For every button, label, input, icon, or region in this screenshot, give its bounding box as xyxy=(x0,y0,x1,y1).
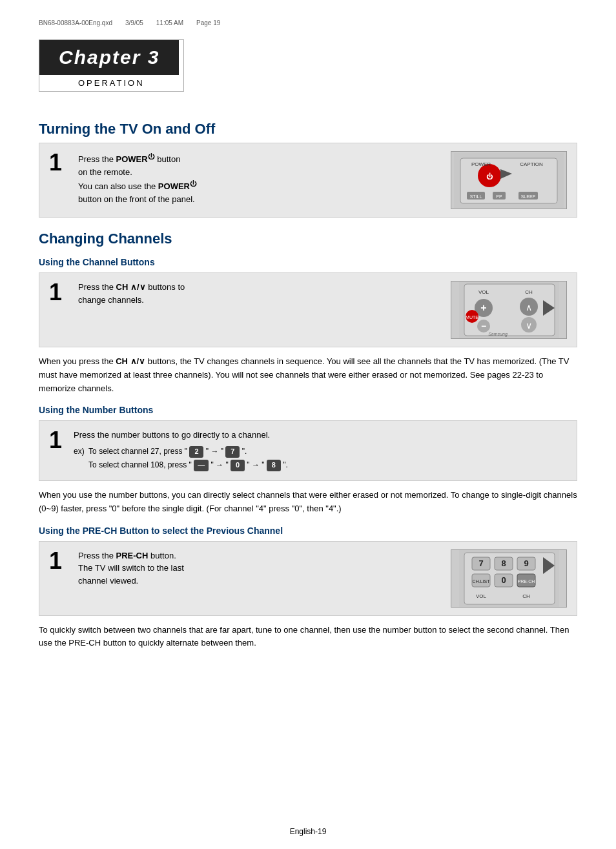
svg-text:MUTE: MUTE xyxy=(466,315,478,320)
subsection-channel-buttons-title: Using the Channel Buttons xyxy=(39,257,577,267)
prech-body: To quickly switch between two channels t… xyxy=(39,624,577,651)
prech-remote-image: 7 8 9 CH.LIST 0 PRE-CH VOL CH xyxy=(451,549,567,608)
chapter-title: OPERATION xyxy=(39,75,183,91)
svg-text:∧: ∧ xyxy=(526,302,532,312)
svg-text:VOL: VOL xyxy=(475,593,486,599)
svg-text:CH: CH xyxy=(525,289,533,295)
ch-buttons-body: When you press the CH ∧/∨ buttons, the T… xyxy=(39,355,577,395)
file-date: 3/9/05 xyxy=(125,19,143,26)
ch-remote-svg: VOL CH + − ∧ ∨ MUTE Samsung xyxy=(459,281,559,339)
svg-text:Samsung: Samsung xyxy=(488,332,508,337)
chapter-header: Chapter 3 OPERATION xyxy=(39,39,184,92)
svg-text:8: 8 xyxy=(501,558,506,568)
step-content-num: Press the number buttons to go directly … xyxy=(74,429,567,473)
svg-text:0: 0 xyxy=(501,575,506,585)
num-buttons-body: When you use the number buttons, you can… xyxy=(39,489,577,516)
step-ch-1: 1 Press the CH ∧/∨ buttons to change cha… xyxy=(39,272,577,347)
svg-text:SLEEP: SLEEP xyxy=(521,194,536,199)
channel-example: ex) To select channel 27, press " 2 " → … xyxy=(74,445,567,473)
step-number-prech: 1 xyxy=(49,549,68,573)
page-footer: English-19 xyxy=(0,827,616,836)
svg-text:VOL: VOL xyxy=(478,289,489,295)
svg-text:CH.LIST: CH.LIST xyxy=(472,579,490,584)
svg-text:PRE-CH: PRE-CH xyxy=(517,579,535,584)
file-page: Page 19 xyxy=(196,19,220,26)
svg-text:CH: CH xyxy=(522,593,530,599)
file-time: 11:05 AM xyxy=(156,19,183,26)
svg-text:POWER: POWER xyxy=(471,161,491,167)
svg-text:7: 7 xyxy=(478,558,483,568)
btn-2: 2 xyxy=(189,446,203,458)
svg-text:STILL: STILL xyxy=(470,194,482,199)
btn-0: 0 xyxy=(231,460,245,471)
step-num-1: 1 Press the number buttons to go directl… xyxy=(39,420,577,481)
step-number-1: 1 xyxy=(49,151,68,174)
section-turning-title: Turning the TV On and Off xyxy=(39,121,577,138)
step-content-power: Press the POWER⏻ button on the remote. Y… xyxy=(78,151,441,206)
svg-text:CAPTION: CAPTION xyxy=(520,161,543,167)
file-header: BN68-00883A-00Eng.qxd 3/9/05 11:05 AM Pa… xyxy=(39,19,577,26)
svg-text:+: + xyxy=(480,302,486,313)
btn-7: 7 xyxy=(225,446,240,458)
svg-text:∨: ∨ xyxy=(526,320,532,331)
step-number-ch: 1 xyxy=(49,281,68,304)
step-content-ch: Press the CH ∧/∨ buttons to change chann… xyxy=(78,281,441,306)
subsection-number-buttons-title: Using the Number Buttons xyxy=(39,405,577,415)
step-power-1: 1 Press the POWER⏻ button on the remote.… xyxy=(39,143,577,218)
subsection-prech-title: Using the PRE-CH Button to select the Pr… xyxy=(39,526,577,536)
filename: BN68-00883A-00Eng.qxd xyxy=(39,19,112,26)
chapter-box: Chapter 3 xyxy=(39,40,179,75)
section-channels-title: Changing Channels xyxy=(39,230,577,247)
power-remote-svg: ⏻ CAPTION POWER STILL PP SLEEP xyxy=(454,153,564,208)
btn-8: 8 xyxy=(267,460,281,471)
svg-text:−: − xyxy=(480,321,486,331)
step-number-num: 1 xyxy=(49,429,68,452)
ch-remote-image: VOL CH + − ∧ ∨ MUTE Samsung xyxy=(451,281,567,339)
prech-remote-svg: 7 8 9 CH.LIST 0 PRE-CH VOL CH xyxy=(459,549,559,608)
svg-text:⏻: ⏻ xyxy=(486,172,493,180)
btn-dash: — xyxy=(194,460,209,471)
step-content-prech: Press the PRE-CH button. The TV will swi… xyxy=(78,549,441,588)
svg-text:9: 9 xyxy=(524,558,528,568)
step-prech-1: 1 Press the PRE-CH button. The TV will s… xyxy=(39,541,577,616)
power-remote-image: ⏻ CAPTION POWER STILL PP SLEEP xyxy=(451,151,567,209)
page-number: English-19 xyxy=(290,827,327,836)
chapter-number: Chapter 3 xyxy=(59,46,159,68)
svg-text:PP: PP xyxy=(496,194,502,199)
